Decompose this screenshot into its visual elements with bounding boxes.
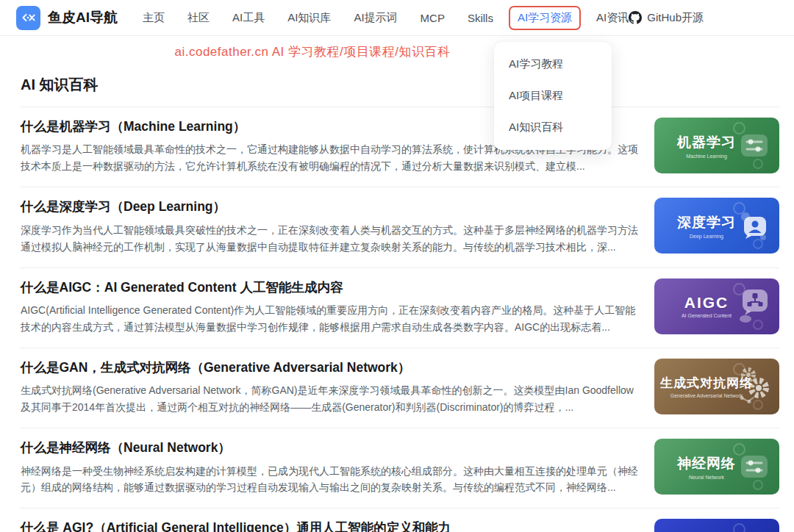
nav-item-community[interactable]: 社区 — [187, 11, 210, 25]
thumbnail-text: 机器学习 Machine Learning — [677, 133, 736, 159]
article-description: 深度学习作为当代人工智能领域最具突破性的技术之一，正在深刻改变着人类与机器交互的… — [21, 222, 638, 256]
brand-name[interactable]: 鱼皮AI导航 — [48, 8, 118, 27]
sliders-icon — [738, 453, 770, 481]
learning-resources-dropdown: AI学习教程 AI项目课程 AI知识百科 — [494, 42, 612, 150]
dropdown-item-ai-tutorials[interactable]: AI学习教程 — [494, 48, 612, 80]
thumbnail-text: 生成式对抗网络 Generative Adversarial Network — [660, 375, 753, 398]
nav-item-ai-news[interactable]: AI资讯 — [596, 11, 629, 25]
article-row[interactable]: 什么是机器学习（Machine Learning） 机器学习是人工智能领域最具革… — [21, 107, 779, 187]
article-row[interactable]: 什么是AIGC：AI Generated Content 人工智能生成内容 AI… — [21, 268, 779, 348]
nav-item-ai-prompts[interactable]: AI提示词 — [354, 11, 397, 25]
article-thumbnail[interactable]: AIGC AI Generated Content — [654, 278, 779, 334]
article-text: 什么是神经网络（Neural Network） 神经网络是一种受生物神经系统启发… — [21, 439, 654, 496]
nav-item-ai-knowledge-base[interactable]: AI知识库 — [287, 11, 331, 25]
github-icon — [629, 11, 642, 24]
nav-item-ai-tools[interactable]: AI工具 — [232, 11, 265, 25]
article-title[interactable]: 什么是AIGC：AI Generated Content 人工智能生成内容 — [21, 278, 638, 297]
main-content: AI 知识百科 什么是机器学习（Machine Learning） 机器学习是人… — [0, 60, 794, 532]
article-title[interactable]: 什么是 AGI?（Artificial General Intelligence… — [21, 519, 638, 532]
sliders-icon — [738, 132, 770, 159]
article-title[interactable]: 什么是深度学习（Deep Learning） — [21, 198, 638, 216]
article-text: 什么是 AGI?（Artificial General Intelligence… — [21, 519, 654, 532]
article-row[interactable]: 什么是神经网络（Neural Network） 神经网络是一种受生物神经系统启发… — [21, 428, 779, 508]
page: 鱼皮AI导航 主页 社区 AI工具 AI知识库 AI提示词 MCP Skills… — [0, 0, 794, 532]
person-bubble-icon — [738, 209, 770, 242]
article-text: 什么是深度学习（Deep Learning） 深度学习作为当代人工智能领域最具突… — [21, 198, 654, 255]
fish-code-logo-icon — [21, 10, 37, 26]
article-title[interactable]: 什么是GAN，生成式对抗网络（Generative Adversarial Ne… — [21, 359, 638, 377]
nav-item-ai-learning-resources[interactable]: AI学习资源 — [509, 6, 581, 30]
tree-bubble-icon — [737, 288, 770, 325]
github-label: GitHub开源 — [647, 11, 704, 25]
article-row[interactable]: 什么是GAN，生成式对抗网络（Generative Adversarial Ne… — [21, 348, 779, 428]
article-title[interactable]: 什么是神经网络（Neural Network） — [21, 439, 638, 457]
article-row[interactable]: 什么是 AGI?（Artificial General Intelligence… — [21, 508, 779, 532]
article-description: 生成式对抗网络(Generative Adversarial Network，简… — [21, 382, 638, 416]
dropdown-item-ai-project-courses[interactable]: AI项目课程 — [494, 80, 612, 112]
article-thumbnail[interactable]: AGI — [654, 519, 779, 532]
article-description: 神经网络是一种受生物神经系统启发构建的计算模型，已成为现代人工智能系统的核心组成… — [21, 463, 638, 497]
nav-item-mcp[interactable]: MCP — [421, 12, 445, 24]
thumbnail-text: AIGC AI Generated Content — [682, 294, 732, 318]
article-thumbnail[interactable]: 神经网络 Neural Network — [654, 439, 779, 495]
brand-logo[interactable] — [16, 6, 40, 30]
article-description: AIGC(Artificial Intelligence Generated C… — [21, 302, 638, 336]
article-row[interactable]: 什么是深度学习（Deep Learning） 深度学习作为当代人工智能领域最具突… — [21, 187, 779, 267]
thumbnail-text: 深度学习 Deep Learning — [677, 213, 736, 239]
top-nav: 鱼皮AI导航 主页 社区 AI工具 AI知识库 AI提示词 MCP Skills… — [0, 0, 794, 36]
article-thumbnail[interactable]: 深度学习 Deep Learning — [654, 198, 779, 254]
github-link[interactable]: GitHub开源 — [629, 11, 704, 25]
nav-item-skills[interactable]: Skills — [468, 12, 493, 24]
article-text: 什么是GAN，生成式对抗网络（Generative Adversarial Ne… — [21, 359, 654, 416]
article-thumbnail[interactable]: 生成式对抗网络 Generative Adversarial Network — [654, 359, 779, 414]
nav-links: 主页 社区 AI工具 AI知识库 AI提示词 MCP Skills AI学习资源… — [143, 10, 629, 26]
article-thumbnail[interactable]: 机器学习 Machine Learning — [654, 118, 779, 173]
thumbnail-text: 神经网络 Neural Network — [677, 454, 736, 480]
dropdown-item-ai-encyclopedia[interactable]: AI知识百科 — [494, 112, 612, 143]
article-text: 什么是AIGC：AI Generated Content 人工智能生成内容 AI… — [21, 278, 654, 336]
page-title: AI 知识百科 — [21, 65, 779, 107]
nav-item-home[interactable]: 主页 — [143, 11, 165, 25]
